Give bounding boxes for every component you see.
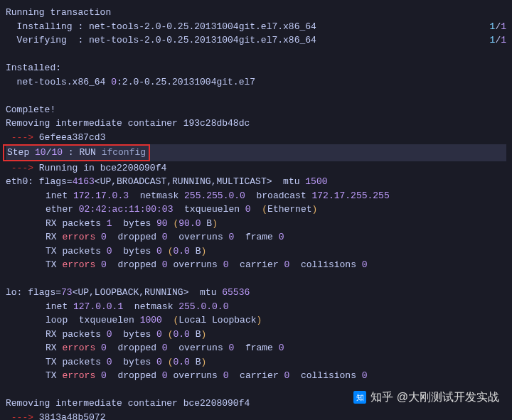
- lo-tx-errors: TX errors 0 dropped 0 overruns 0 carrier…: [6, 369, 506, 383]
- installed-header: Installed:: [6, 61, 506, 75]
- hash-line-2: ---> 3813a48b5072: [6, 411, 506, 421]
- step-annotation-box: Step 10/10 : RUN ifconfig: [3, 144, 150, 161]
- step-highlight: Step 10/10 : RUN ifconfig: [6, 144, 506, 161]
- eth0-rx-packets: RX packets 1 bytes 90 (90.0 B): [6, 217, 506, 231]
- hash-line-1: ---> 6efeea387cd3: [6, 131, 506, 145]
- lo-header: lo: flags=73<UP,LOOPBACK,RUNNING> mtu 65…: [6, 286, 506, 300]
- complete-line: Complete!: [6, 103, 506, 117]
- lo-loop: loop txqueuelen 1000 (Local Loopback): [6, 313, 506, 328]
- verifying-line: Verifying : net-tools-2.0-0.25.20131004g…: [6, 33, 506, 48]
- eth0-tx-errors: TX errors 0 dropped 0 overruns 0 carrier…: [6, 258, 506, 272]
- svg-text:知: 知: [356, 393, 364, 402]
- lo-rx-errors: RX errors 0 dropped 0 overruns 0 frame 0: [6, 341, 506, 355]
- running-in-line: ---> Running in bce2208090f4: [6, 161, 506, 176]
- transaction-header: Running transaction: [6, 6, 506, 20]
- zhihu-logo-icon: 知: [353, 391, 366, 404]
- terminal-output: Running transaction Installing : net-too…: [6, 6, 506, 420]
- watermark: 知 知乎 @大刚测试开发实战: [353, 389, 499, 406]
- removing-container-1: Removing intermediate container 193c28db…: [6, 117, 506, 131]
- eth0-rx-errors: RX errors 0 dropped 0 overruns 0 frame 0: [6, 230, 506, 244]
- installing-line: Installing : net-tools-2.0-0.25.20131004…: [6, 20, 506, 34]
- lo-rx-packets: RX packets 0 bytes 0 (0.0 B): [6, 328, 506, 342]
- eth0-header: eth0: flags=4163<UP,BROADCAST,RUNNING,MU…: [6, 175, 506, 189]
- eth0-ether: ether 02:42:ac:11:00:03 txqueuelen 0 (Et…: [6, 203, 506, 217]
- lo-tx-packets: TX packets 0 bytes 0 (0.0 B): [6, 355, 506, 370]
- eth0-tx-packets: TX packets 0 bytes 0 (0.0 B): [6, 244, 506, 259]
- lo-inet: inet 127.0.0.1 netmask 255.0.0.0: [6, 300, 506, 314]
- installed-pkg: net-tools.x86_64 0:2.0-0.25.20131004git.…: [6, 75, 506, 90]
- eth0-inet: inet 172.17.0.3 netmask 255.255.0.0 broa…: [6, 189, 506, 203]
- watermark-text: 知乎 @大刚测试开发实战: [370, 389, 499, 406]
